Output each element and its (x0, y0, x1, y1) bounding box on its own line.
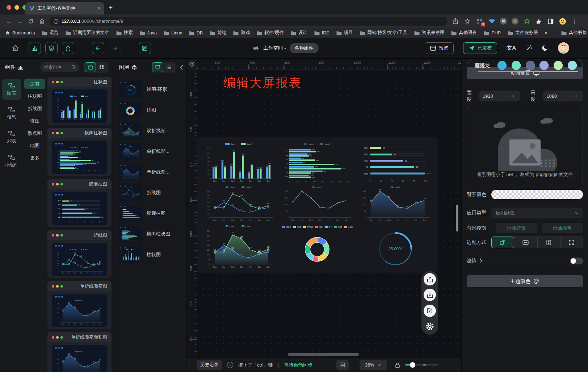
lock-icon[interactable] (395, 362, 400, 368)
layer-item[interactable]: 饼图 (113, 100, 186, 120)
fit-width-button[interactable] (514, 237, 537, 248)
reload-icon[interactable] (25, 18, 36, 24)
app-type-select[interactable]: 应用颜色 (491, 208, 583, 218)
layers-panel-toggle-button[interactable] (45, 42, 58, 54)
canvas-text-component[interactable]: 编辑大屏报表 (223, 75, 302, 91)
record-extension-icon[interactable] (512, 18, 518, 25)
redo-button[interactable] (109, 42, 121, 54)
bookmark-folder[interactable]: IDE (314, 30, 329, 35)
bookmark-folder[interactable]: 运营 (42, 30, 59, 36)
slider-knob[interactable] (410, 362, 415, 368)
layer-view-thumbnail-button[interactable] (152, 62, 163, 72)
rail-tab[interactable]: 列表 (2, 127, 21, 148)
gradient-area-chart-component[interactable]: data1050100150200MonTueWedThuFriSatSun12… (358, 184, 433, 222)
detail-panel-toggle-button[interactable] (62, 42, 74, 54)
capsule-chart-component[interactable]: 厦门20南阳40北京60上海80新疆100020406080100 (358, 141, 433, 184)
toggle-detail-bar-button[interactable] (336, 360, 349, 370)
home-icon[interactable] (36, 18, 47, 24)
zoom-slider[interactable] (405, 364, 438, 365)
category-item[interactable]: 更多 (24, 152, 45, 164)
preview-button[interactable]: 预览 (425, 42, 454, 54)
vertical-scrollbar-thumb[interactable] (456, 205, 458, 231)
height-input[interactable]: 1080−+ (543, 91, 583, 101)
layer-item[interactable]: data1data2050100150200250300350MonTueWed… (113, 244, 186, 265)
component-search[interactable] (40, 62, 79, 72)
export-button[interactable] (424, 273, 436, 285)
bookmark-folder[interactable]: 搜索 (116, 30, 133, 36)
fit-height-button[interactable] (537, 237, 560, 248)
fit-stretch-button[interactable] (560, 237, 583, 248)
bookmark-folder[interactable]: 前端 (210, 30, 226, 36)
bar-chart-component[interactable]: data1data2050100150200250300350MonTueWed… (201, 141, 277, 184)
browser-menu-icon[interactable]: ⋮ (571, 17, 578, 25)
layer-item[interactable]: data1data2050100150200250300350MonTueWed… (113, 182, 186, 203)
bookmark-folder[interactable]: 软件/硬件 (257, 30, 284, 36)
publish-button[interactable]: 已发布 (463, 42, 497, 54)
search-input[interactable] (43, 64, 70, 70)
fit-scale-button[interactable] (491, 237, 514, 248)
bookmarks-overflow[interactable]: » (545, 30, 547, 35)
save-button[interactable] (139, 42, 151, 54)
dark-mode-moon-icon[interactable] (542, 45, 549, 51)
category-item[interactable]: 饼图 (24, 115, 45, 127)
collapse-panel-icon[interactable] (180, 65, 183, 70)
component-card[interactable]: 横向柱状图 data1data2050100150200250300350Mon… (47, 128, 112, 176)
clear-background-button[interactable]: 清除背景 (496, 223, 537, 233)
layer-item[interactable]: data1data2050100150200250300350MonTueWed… (113, 223, 186, 244)
progress-ring-component[interactable]: 25.00% (358, 222, 433, 270)
share-icon[interactable] (453, 18, 458, 24)
other-bookmarks[interactable]: 其他书签 (561, 30, 587, 36)
component-card[interactable]: 柱状图 data1data2050100150200250300350MonTu… (47, 77, 112, 125)
profile-avatar-icon[interactable] (559, 18, 566, 25)
edit-button[interactable] (424, 305, 436, 317)
line-chart-component[interactable]: data1data2050100150200250300350MonTueWed… (201, 184, 277, 222)
component-card[interactable]: 单折线渐变面积图 data1050100150200MonTueWedThuFr… (47, 332, 112, 372)
new-tab-button[interactable]: + (109, 4, 113, 12)
minimize-window-button[interactable] (14, 5, 19, 10)
horizontal-bar-chart-component[interactable]: data1data2050100150200250300350MonTueWed… (280, 141, 355, 184)
layer-item[interactable]: data1data2050100150200250300350MonTueWed… (113, 120, 186, 141)
theme-option[interactable]: 蓝绿 (467, 59, 583, 72)
rail-tab[interactable]: 图表 (2, 79, 21, 100)
project-name-badge[interactable]: 各种组件 (290, 43, 319, 53)
chevron-right-icon[interactable] (479, 259, 483, 263)
tab-close-icon[interactable]: × (98, 5, 101, 11)
star-extension-icon[interactable] (523, 18, 530, 25)
puzzle-extension-icon[interactable] (535, 18, 542, 25)
bookmark-folder[interactable]: Java (140, 30, 157, 35)
zoom-select[interactable]: 36% (360, 360, 387, 370)
undo-button[interactable] (92, 42, 104, 54)
site-info-icon[interactable] (54, 19, 59, 24)
history-button[interactable]: 历史记录 (197, 360, 222, 370)
double-line-area-chart-component[interactable]: data1data2050100150200250300350MonTueWed… (201, 222, 277, 270)
help-icon[interactable]: ? (227, 362, 233, 368)
command-extension-icon[interactable]: ⌘ (500, 18, 507, 25)
filter-toggle[interactable] (570, 258, 583, 264)
bookmark-folder[interactable]: Linux (164, 30, 182, 35)
theme-color-header[interactable]: 主题颜色 (467, 275, 583, 287)
category-item[interactable]: 所有 (24, 79, 45, 89)
settings-gear-icon[interactable] (424, 320, 436, 333)
back-icon[interactable]: ← (4, 18, 14, 25)
import-button[interactable] (424, 289, 436, 301)
bookmark-folder[interactable]: 设计 (291, 30, 307, 36)
bookmark-folder[interactable]: 近期需要读的文章 (66, 30, 109, 36)
reader-mode-icon[interactable] (547, 18, 554, 25)
magic-wand-icon[interactable] (525, 45, 532, 51)
component-card[interactable]: 折线图 data1data2050100150200250300350MonTu… (47, 230, 112, 278)
bookmark-folder[interactable]: 游戏 (233, 30, 250, 36)
layer-item[interactable]: 25.00% 饼图-环形 (113, 79, 186, 100)
bookmark-folder[interactable]: 文件服务器 (508, 30, 538, 36)
category-item[interactable]: 折线图 (24, 103, 45, 115)
component-card[interactable]: 胶囊柱图 厦门20南阳40北京60上海80新疆100020406080100 (47, 179, 112, 227)
layer-item[interactable]: data1050100150200MonTueWedThuFriSatSun12… (113, 141, 186, 162)
clear-color-button[interactable]: 清除颜色 (542, 223, 583, 233)
horizontal-scrollbar-thumb[interactable] (288, 353, 359, 356)
url-bar[interactable]: 127.0.0.1:3000/#/chart/home/9 (49, 17, 448, 26)
bookmarks-manager[interactable]: Bookmarks (5, 30, 35, 35)
bookmark-folder[interactable]: 项目 (336, 30, 353, 36)
view-mode-box-button[interactable] (85, 62, 96, 72)
bookmark-star-icon[interactable] (465, 18, 470, 24)
chart-panel-toggle-button[interactable] (29, 42, 41, 54)
extension-tiles-icon[interactable]: 9 (476, 18, 483, 25)
